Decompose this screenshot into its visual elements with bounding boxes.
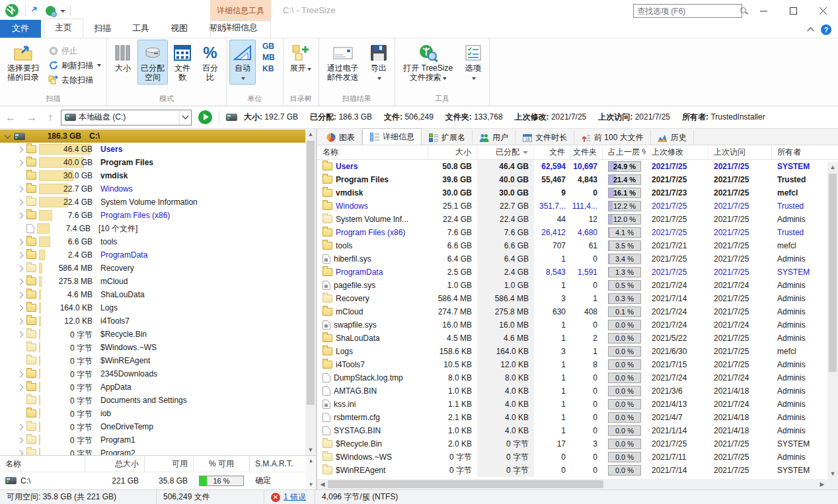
tab-tools[interactable]: 工具 [122, 20, 160, 38]
scroll-up-icon[interactable]: ▲ [827, 162, 838, 172]
up-icon[interactable]: ↑ [42, 112, 58, 124]
status-errors[interactable]: ✕ 1 错误 [264, 490, 315, 504]
unit-auto-button[interactable]: 自动 [229, 40, 256, 85]
tree-row[interactable]: 30.0 GBvmdisk [0, 169, 305, 182]
select-directory-button[interactable]: 选择要扫描的目录 [3, 40, 44, 85]
tree-row[interactable]: 40.0 GBProgram Files [0, 156, 305, 169]
tree-row[interactable]: 0 字节$WinREAgent [0, 354, 305, 367]
expand-chevron-icon[interactable] [17, 384, 24, 390]
table-row[interactable]: Logs158.6 KB164.0 KB310.0 %2021/6/302021… [317, 345, 838, 358]
help-icon[interactable]: ? [821, 24, 831, 35]
expand-chevron-icon[interactable] [17, 423, 24, 430]
table-row[interactable]: vmdisk30.0 GB30.0 GB9016.1 %2021/7/23202… [317, 186, 838, 199]
tree-row[interactable]: 46.4 GBUsers [0, 143, 305, 156]
expand-chevron-icon[interactable] [17, 238, 24, 245]
expand-chevron-icon[interactable] [17, 437, 24, 443]
table-row[interactable]: AMTAG.BIN1.0 KB4.0 KB100.0 %2021/3/62021… [317, 384, 838, 398]
table-row[interactable]: Program Files39.6 GB40.0 GB55,4674,84321… [317, 173, 838, 186]
drive-selector[interactable]: 本地磁盘 (C:) [61, 110, 192, 126]
table-row[interactable]: rsbmterm.cfg2.1 KB4.0 KB100.0 %2021/4/72… [317, 411, 838, 424]
expand-chevron-icon[interactable] [17, 331, 24, 338]
scroll-left-icon[interactable]: ◀ [317, 479, 328, 489]
app-logo-icon[interactable] [5, 4, 19, 17]
column-header-name[interactable]: 名称 [317, 145, 428, 159]
table-row[interactable]: DumpStack.log.tmp8.0 KB8.0 KB100.0 %2021… [317, 371, 838, 384]
table-row[interactable]: SYSTAG.BIN1.0 KB4.0 KB100.0 %2021/1/1420… [317, 424, 838, 437]
expand-chevron-icon[interactable] [17, 278, 24, 285]
details-scrollbar-vertical[interactable]: ▲ ▼ [827, 162, 838, 479]
column-header-accessed[interactable]: 上次访问 [708, 145, 772, 159]
mode-size-button[interactable]: 大小 [110, 40, 136, 75]
tree-row[interactable]: 0 字节Program1 [0, 433, 305, 447]
quick-access-dropdown-icon[interactable] [60, 10, 65, 13]
tree-row[interactable]: 22.7 GBWindows [0, 182, 305, 196]
table-row[interactable]: Windows25.1 GB22.7 GB351,7...111,4...12.… [317, 199, 838, 213]
column-header[interactable]: S.M.A.R.T. [250, 456, 296, 472]
tree-row[interactable]: 0 字节$Windows.~WS [0, 341, 305, 354]
expand-chevron-icon[interactable] [17, 450, 24, 455]
table-row[interactable]: ProgramData2.5 GB2.4 GB8,5431,5911.3 %20… [317, 266, 838, 279]
unit-kb-button[interactable]: KB [258, 63, 279, 74]
tree-row[interactable]: 0 字节Program2 [0, 447, 305, 455]
expand-chevron-icon[interactable] [17, 252, 24, 258]
expand-chevron-icon[interactable] [17, 212, 24, 219]
forward-icon[interactable]: → [21, 112, 42, 124]
search-options-input[interactable] [634, 7, 740, 16]
back-icon[interactable]: ← [0, 112, 21, 124]
tree-row[interactable]: 0 字节iob [0, 407, 305, 420]
table-row[interactable]: mCloud274.7 MB275.8 MB6304080.1 %2021/7/… [317, 305, 838, 318]
collapse-ribbon-icon[interactable] [807, 27, 814, 34]
tree-row[interactable]: 0 字节Documents and Settings [0, 394, 305, 407]
table-row[interactable]: $Recycle.Bin2.0 KB0 字节1730.0 %2021/7/252… [317, 437, 838, 450]
expand-chevron-icon[interactable] [17, 318, 24, 324]
tree-row[interactable]: 7.4 GB[10 个文件] [0, 222, 305, 235]
tree-row[interactable]: 0 字节AppData [0, 380, 305, 394]
expand-chevron-icon[interactable] [17, 159, 24, 166]
table-row[interactable]: $Windows.~WS0 字节0 字节000.0 %2021/7/112021… [317, 450, 838, 464]
quick-select-directory-icon[interactable] [30, 5, 41, 16]
expand-button[interactable]: 展开 [286, 40, 315, 75]
column-header[interactable]: 可用 [145, 456, 193, 472]
column-header-allocated[interactable]: 已分配 [477, 145, 534, 159]
open-file-search-button[interactable]: 打开 TreeSize 文件搜索 [398, 40, 459, 85]
error-link[interactable]: 1 错误 [284, 491, 306, 503]
scroll-thumb[interactable] [328, 480, 603, 488]
unit-mb-button[interactable]: MB [258, 52, 279, 63]
send-email-button[interactable]: 通过电子邮件发送 [322, 40, 364, 85]
table-row[interactable]: hiberfil.sys6.4 GB6.4 GB103.4 %2021/7/25… [317, 252, 838, 266]
refresh-scan-button[interactable]: 刷新扫描 [45, 58, 104, 73]
scroll-right-icon[interactable]: ▶ [817, 479, 827, 489]
table-row[interactable]: tools6.6 GB6.6 GB707613.5 %2021/7/212021… [317, 239, 838, 252]
tab-home[interactable]: 主页 [44, 18, 83, 38]
tree-row[interactable]: 586.4 MBRecovery [0, 262, 305, 275]
expand-chevron-icon[interactable] [17, 291, 24, 298]
column-header[interactable]: % 可用 [194, 456, 249, 472]
remove-scan-button[interactable]: 去除扫描 [45, 73, 104, 87]
column-header-size[interactable]: 大小 [428, 145, 477, 159]
mode-percent-button[interactable]: % 百分比 [197, 40, 223, 85]
scroll-down-icon[interactable]: ▼ [305, 445, 316, 455]
expand-chevron-icon[interactable] [17, 186, 24, 192]
quick-treesize-search-icon[interactable] [46, 6, 56, 16]
tab-history[interactable]: 历史 [651, 130, 694, 145]
tab-extensions[interactable]: 扩展名 [422, 130, 473, 145]
maximize-button[interactable] [779, 0, 808, 21]
column-header-modified[interactable]: 上次修改 [646, 145, 708, 159]
details-scrollbar-horizontal[interactable]: ◀ ▶ [317, 479, 827, 489]
drive-selector-dropdown-icon[interactable] [179, 110, 191, 125]
column-header-folders[interactable]: 文件夹 [571, 145, 603, 159]
tree-row[interactable]: 22.4 GBSystem Volume Information [0, 196, 305, 209]
column-header-files[interactable]: 文件 [534, 145, 571, 159]
drive-list-scrollbar[interactable]: ▲▼ [306, 456, 316, 489]
expand-chevron-icon[interactable] [17, 305, 24, 311]
stop-scan-button[interactable]: 停止 [45, 44, 104, 58]
tree-row-root[interactable]: 186.3 GBC:\ [0, 129, 305, 143]
table-row[interactable]: $WinREAgent0 字节0 字节000.0 %2021/7/142021/… [317, 464, 838, 477]
table-row[interactable]: Program Files (x86)7.6 GB7.6 GB26,4124,6… [317, 226, 838, 239]
scroll-thumb[interactable] [307, 141, 315, 405]
tab-file[interactable]: 文件 [0, 20, 41, 38]
column-header[interactable]: 名称 [0, 456, 85, 472]
expand-chevron-icon[interactable] [17, 146, 24, 153]
scroll-up-icon[interactable]: ▲ [309, 458, 314, 464]
tree-row[interactable]: 0 字节OneDriveTemp [0, 420, 305, 433]
